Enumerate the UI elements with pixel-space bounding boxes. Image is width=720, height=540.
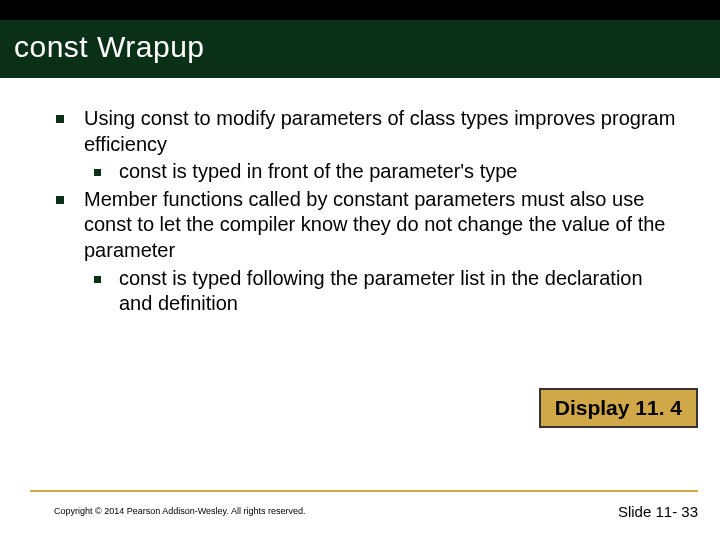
- slide-number: Slide 11- 33: [618, 503, 698, 520]
- bullet-item: const is typed following the parameter l…: [94, 266, 680, 317]
- bullet-text: Member functions called by constant para…: [84, 187, 680, 264]
- slide-title: const Wrapup: [14, 30, 720, 64]
- square-bullet-icon: [94, 169, 101, 176]
- bullet-text: const is typed following the parameter l…: [119, 266, 680, 317]
- title-bar: const Wrapup: [0, 0, 720, 78]
- content-area: Using const to modify parameters of clas…: [0, 78, 720, 317]
- display-link-button[interactable]: Display 11. 4: [539, 388, 698, 428]
- bullet-item: Using const to modify parameters of clas…: [56, 106, 680, 157]
- copyright-text: Copyright © 2014 Pearson Addison-Wesley.…: [54, 506, 305, 516]
- footer-divider: [30, 490, 698, 492]
- slide: const Wrapup Using const to modify param…: [0, 0, 720, 540]
- bullet-text: Using const to modify parameters of clas…: [84, 106, 680, 157]
- bullet-item: Member functions called by constant para…: [56, 187, 680, 264]
- bullet-item: const is typed in front of the parameter…: [94, 159, 680, 185]
- bullet-text: const is typed in front of the parameter…: [119, 159, 680, 185]
- square-bullet-icon: [56, 196, 64, 204]
- square-bullet-icon: [56, 115, 64, 123]
- square-bullet-icon: [94, 276, 101, 283]
